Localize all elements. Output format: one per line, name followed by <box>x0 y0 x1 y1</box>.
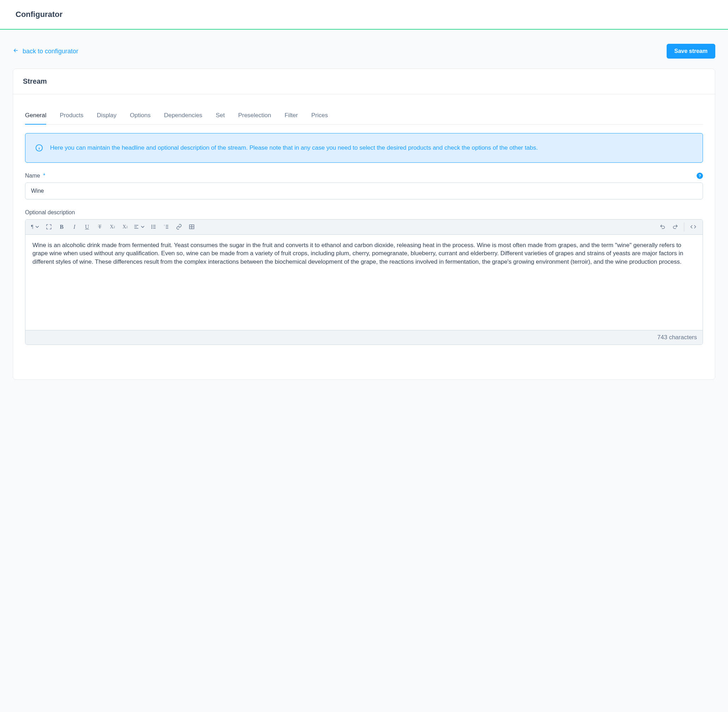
topbar: back to configurator Save stream <box>13 44 715 59</box>
description-field: Optional description ¶ B I U T <box>25 209 703 345</box>
description-label: Optional description <box>25 209 75 216</box>
description-label-row: Optional description <box>25 209 703 216</box>
page-title: Configurator <box>16 10 712 19</box>
name-label-row: Name * ? <box>25 173 703 179</box>
char-count: 743 characters <box>25 330 703 344</box>
align-icon[interactable] <box>132 222 147 232</box>
subscript-icon[interactable]: X2 <box>119 222 131 232</box>
bold-icon[interactable]: B <box>56 222 68 232</box>
tab-prices[interactable]: Prices <box>311 107 328 125</box>
tab-filter[interactable]: Filter <box>285 107 298 125</box>
tab-options[interactable]: Options <box>130 107 151 125</box>
app-header: Configurator <box>0 0 728 30</box>
back-link[interactable]: back to configurator <box>13 47 78 55</box>
italic-icon[interactable]: I <box>68 222 80 232</box>
tab-products[interactable]: Products <box>60 107 83 125</box>
required-star: * <box>43 173 45 179</box>
rich-text-editor: ¶ B I U T X2 X2 <box>25 219 703 345</box>
redo-icon[interactable] <box>669 222 681 232</box>
toolbar-separator <box>684 222 684 231</box>
tab-general[interactable]: General <box>25 107 46 125</box>
name-label: Name <box>25 173 40 179</box>
toolbar-right <box>656 222 699 232</box>
link-icon[interactable] <box>173 222 185 232</box>
back-link-label: back to configurator <box>22 47 78 55</box>
underline-icon[interactable]: U <box>81 222 93 232</box>
list-unordered-icon[interactable] <box>148 222 160 232</box>
editor-toolbar: ¶ B I U T X2 X2 <box>25 220 703 235</box>
save-button[interactable]: Save stream <box>667 44 715 59</box>
info-banner: Here you can maintain the headline and o… <box>25 133 703 163</box>
name-input[interactable] <box>25 182 703 199</box>
info-text: Here you can maintain the headline and o… <box>50 143 538 153</box>
tabs: GeneralProductsDisplayOptionsDependencie… <box>25 107 703 125</box>
svg-point-10 <box>152 228 152 228</box>
table-icon[interactable] <box>186 222 198 232</box>
stream-card: Stream GeneralProductsDisplayOptionsDepe… <box>13 68 715 380</box>
code-view-icon[interactable] <box>687 222 699 232</box>
help-icon[interactable]: ? <box>697 173 703 179</box>
svg-text:1: 1 <box>164 224 165 226</box>
list-ordered-icon[interactable]: 1 <box>160 222 173 232</box>
arrow-left-icon <box>13 47 19 55</box>
fullscreen-icon[interactable] <box>43 222 55 232</box>
paragraph-icon[interactable]: ¶ <box>29 222 42 232</box>
tab-set[interactable]: Set <box>216 107 225 125</box>
info-icon <box>35 144 43 152</box>
svg-point-8 <box>152 227 152 227</box>
page-body: back to configurator Save stream Stream … <box>0 30 728 401</box>
card-body: GeneralProductsDisplayOptionsDependencie… <box>13 94 715 380</box>
name-field: Name * ? <box>25 173 703 199</box>
undo-icon[interactable] <box>656 222 668 232</box>
svg-point-6 <box>152 225 152 225</box>
card-title: Stream <box>23 77 705 85</box>
tab-display[interactable]: Display <box>97 107 117 125</box>
tab-dependencies[interactable]: Dependencies <box>164 107 203 125</box>
tab-preselection[interactable]: Preselection <box>238 107 271 125</box>
card-header: Stream <box>13 69 715 94</box>
superscript-icon[interactable]: X2 <box>107 222 118 232</box>
description-textarea[interactable]: Wine is an alcoholic drink made from fer… <box>25 235 703 330</box>
toolbar-left: ¶ B I U T X2 X2 <box>29 222 198 232</box>
strikethrough-icon[interactable]: T <box>94 222 106 232</box>
